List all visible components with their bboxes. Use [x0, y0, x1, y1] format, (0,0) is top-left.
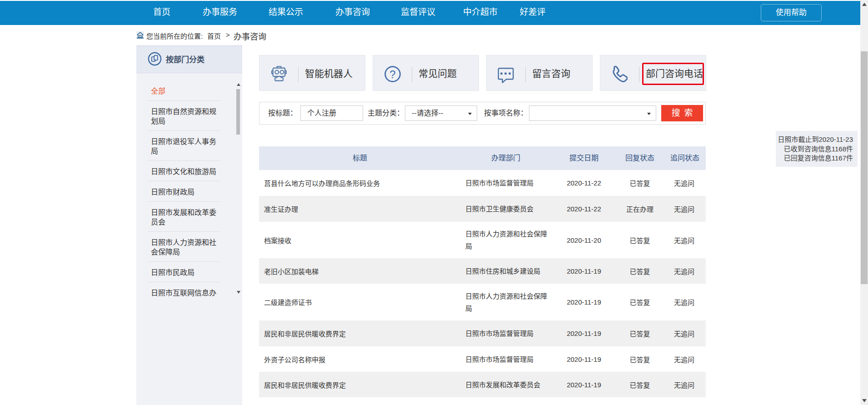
svg-text:?: ?	[389, 68, 395, 80]
